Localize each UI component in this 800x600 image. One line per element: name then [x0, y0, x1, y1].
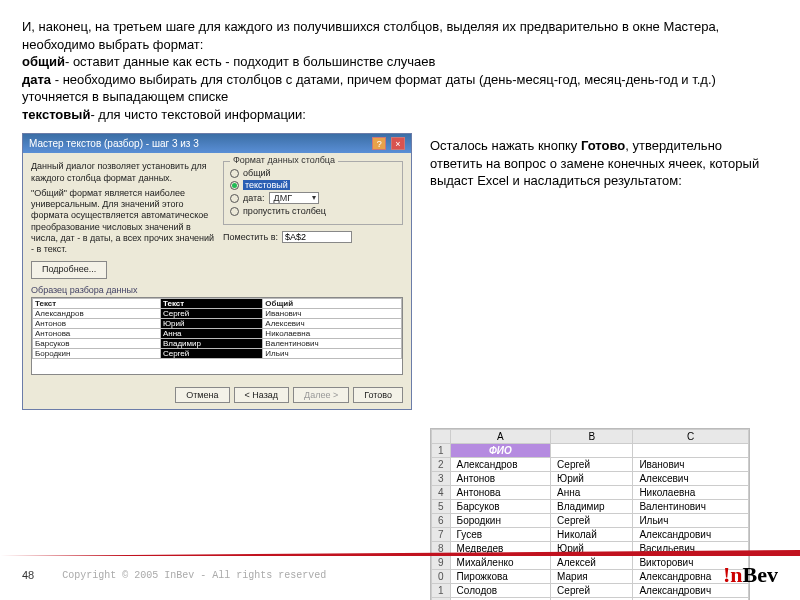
wizard-description: Данный диалог позволяет установить для к… — [31, 161, 215, 278]
preview-label: Образец разбора данных — [31, 285, 403, 295]
wizard-title: Мастер текстов (разбор) - шаг 3 из 3 — [29, 138, 199, 149]
more-button[interactable]: Подробнее... — [31, 261, 107, 278]
window-controls: ? × — [370, 137, 405, 150]
finish-button[interactable]: Готово — [353, 387, 403, 403]
radio-skip[interactable]: пропустить столбец — [230, 206, 396, 216]
place-input[interactable] — [282, 231, 352, 243]
svg-marker-0 — [0, 550, 800, 556]
help-icon[interactable]: ? — [372, 137, 386, 150]
next-button: Далее > — [293, 387, 349, 403]
copyright: Copyright © 2005 InBev - All rights rese… — [62, 570, 723, 581]
cancel-button[interactable]: Отмена — [175, 387, 229, 403]
right-text: Осталось нажать кнопку Готово, утвердите… — [430, 133, 778, 409]
preview-grid: ТекстТекстОбщийАлександровСергейИванович… — [31, 297, 403, 375]
date-format-combo[interactable]: ДМГ — [269, 192, 319, 204]
format-fieldset: Формат данных столбца общий текстовый да… — [223, 161, 403, 225]
back-button[interactable]: < Назад — [234, 387, 290, 403]
close-icon[interactable]: × — [391, 137, 405, 150]
intro-text: И, наконец, на третьем шаге для каждого … — [22, 18, 778, 123]
wizard-dialog: Мастер текстов (разбор) - шаг 3 из 3 ? ×… — [22, 133, 412, 409]
inbev-logo: !nBev — [723, 562, 778, 588]
radio-date[interactable]: дата: ДМГ — [230, 192, 396, 204]
page-number: 48 — [22, 569, 34, 581]
place-label: Поместить в: — [223, 232, 278, 242]
radio-general[interactable]: общий — [230, 168, 396, 178]
wizard-titlebar: Мастер текстов (разбор) - шаг 3 из 3 ? × — [23, 134, 411, 153]
radio-text[interactable]: текстовый — [230, 180, 396, 190]
red-divider — [0, 550, 800, 556]
